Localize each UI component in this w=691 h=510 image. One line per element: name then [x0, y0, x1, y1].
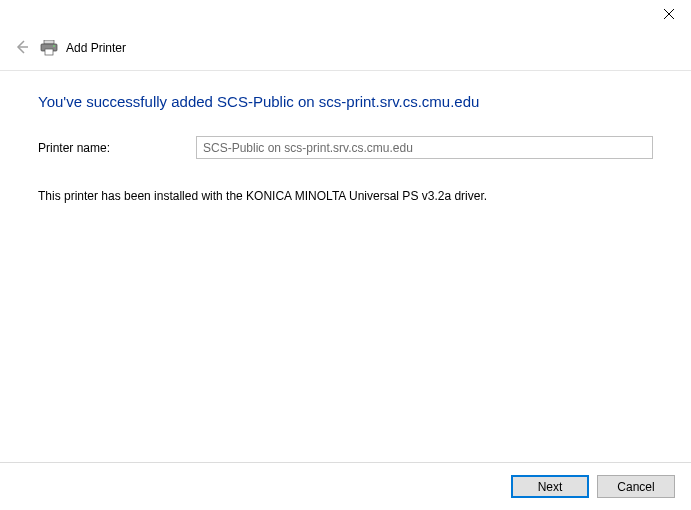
header-title: Add Printer	[66, 41, 126, 55]
close-icon	[664, 8, 674, 22]
install-status-text: This printer has been installed with the…	[38, 189, 653, 203]
cancel-button[interactable]: Cancel	[597, 475, 675, 498]
svg-point-6	[53, 45, 55, 47]
arrow-left-icon	[14, 39, 30, 58]
content-area: You've successfully added SCS-Public on …	[0, 71, 691, 203]
printer-name-input[interactable]	[196, 136, 653, 159]
printer-name-label: Printer name:	[38, 141, 196, 155]
printer-name-row: Printer name:	[38, 136, 653, 159]
page-heading: You've successfully added SCS-Public on …	[38, 93, 653, 110]
svg-rect-3	[44, 40, 54, 44]
close-button[interactable]	[646, 0, 691, 30]
titlebar	[0, 0, 691, 32]
wizard-header: Add Printer	[0, 32, 691, 71]
next-button[interactable]: Next	[511, 475, 589, 498]
printer-icon	[40, 40, 58, 56]
wizard-footer: Next Cancel	[0, 462, 691, 510]
svg-rect-5	[45, 49, 53, 55]
back-button[interactable]	[12, 38, 32, 58]
